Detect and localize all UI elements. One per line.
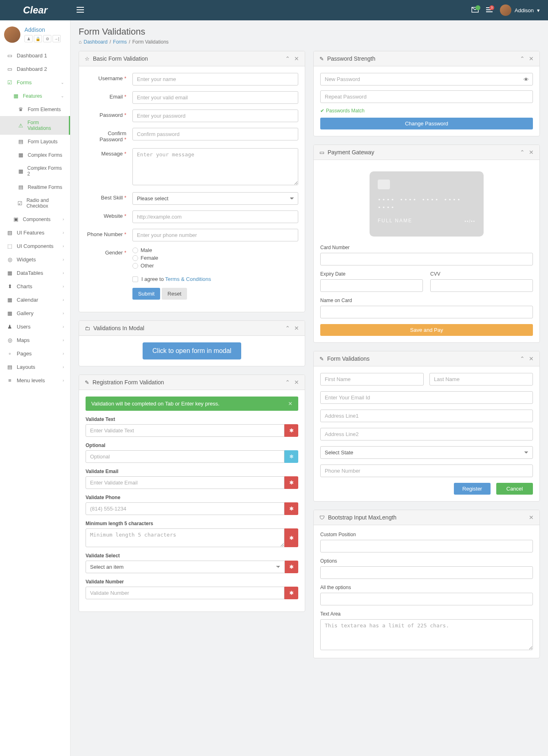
new-password-input[interactable] [320,73,533,85]
sidebar-user-name[interactable]: Addison [24,26,61,33]
reg-input-minimum-length-5-characters[interactable] [86,528,284,547]
last-name-input[interactable] [429,373,533,386]
sidebar-item-ui-components[interactable]: ⬚UI Components› [0,239,70,253]
sidebar-item-complex-forms[interactable]: ▦Complex Forms [0,148,70,162]
save-pay-button[interactable]: Save and Pay [320,324,533,336]
gender-radio-other[interactable]: Other [132,263,298,269]
options-input[interactable] [320,566,533,579]
snowflake-icon[interactable]: ❄ [284,450,298,463]
gender-radio-female[interactable]: Female [132,255,298,261]
sidebar-item-form-layouts[interactable]: ▤Form Layouts [0,135,70,148]
close-icon[interactable]: ✕ [529,149,534,156]
asterisk-icon[interactable]: ✱ [284,587,298,599]
collapse-icon[interactable]: ⌃ [285,55,290,62]
cvv-input[interactable] [430,279,533,292]
sidebar-item-users[interactable]: ♟Users› [0,320,70,333]
repeat-password-input[interactable] [320,90,533,103]
reg-input-validate-select[interactable]: Select an item [86,561,285,573]
collapse-icon[interactable]: ⌃ [285,379,290,386]
custom-position-input[interactable] [320,540,533,552]
username-input[interactable] [132,73,298,85]
brand-logo[interactable]: Clear [0,4,70,16]
close-icon[interactable]: ✕ [294,55,299,62]
eye-icon[interactable]: 👁 [524,76,529,82]
addr1-input[interactable] [320,410,533,422]
sidebar-item-dashboard-1[interactable]: ▭Dashboard 1 [0,49,70,62]
close-icon[interactable]: ✕ [529,55,534,62]
email-input[interactable] [132,91,298,104]
reg-input-validate-number[interactable] [86,587,284,599]
tasks-icon[interactable]: 3 [486,7,493,14]
sidebar-item-features[interactable]: ▦Features⌄ [0,89,70,103]
email-id-input[interactable] [320,391,533,404]
collapse-icon[interactable]: ⌃ [520,355,525,362]
asterisk-icon[interactable]: ✱ [284,528,298,547]
phone-input[interactable] [132,229,298,241]
sidebar-item-realtime-forms[interactable]: ▤Realtime Forms [0,180,70,194]
collapse-icon[interactable]: ⌃ [285,325,290,331]
mail-icon[interactable] [471,7,479,14]
sidebar-item-dashboard-2[interactable]: ▭Dashboard 2 [0,62,70,76]
reg-input-validate-email[interactable] [86,476,284,489]
sidebar-item-ui-features[interactable]: ▧UI Features› [0,226,70,239]
sidebar-item-datatables[interactable]: ▦DataTables› [0,266,70,280]
confirm-password-input[interactable] [132,128,298,140]
cancel-button[interactable]: Cancel [496,483,533,495]
addr2-input[interactable] [320,428,533,440]
close-icon[interactable]: ✕ [294,325,299,331]
sidebar-item-layouts[interactable]: ▤Layouts› [0,360,70,374]
change-password-button[interactable]: Change Password [320,118,533,129]
sidebar-item-forms[interactable]: ☑Forms⌄ [0,76,70,89]
user-settings-icon[interactable]: ⚙ [43,35,51,42]
terms-link[interactable]: Terms & Conditions [165,276,211,282]
message-textarea[interactable] [132,148,298,185]
sidebar-item-menu-levels[interactable]: ≡Menu levels› [0,374,70,387]
breadcrumb-forms[interactable]: Forms [113,39,127,45]
sidebar-item-components[interactable]: ▣Components› [0,213,70,226]
user-profile-icon[interactable]: ♟ [24,35,33,42]
sidebar-item-charts[interactable]: ⬍Charts› [0,280,70,293]
user-logout-icon[interactable]: →| [53,35,61,42]
sidebar-item-complex-forms-2[interactable]: ▦Complex Forms 2 [0,162,70,180]
reset-button[interactable]: Reset [162,288,187,300]
user-menu[interactable]: Addison ▾ [500,4,540,16]
user-lock-icon[interactable]: 🔒 [34,35,42,42]
reg-input-validate-phone[interactable] [86,502,284,515]
first-name-input[interactable] [320,373,424,386]
maxlength-textarea[interactable] [320,619,533,650]
gender-radio-male[interactable]: Male [132,247,298,253]
open-modal-button[interactable]: Click to open form in modal [143,342,241,359]
close-icon[interactable]: ✕ [294,379,299,386]
password-input[interactable] [132,110,298,122]
collapse-icon[interactable]: ⌃ [520,55,525,62]
sidebar-item-form-validations[interactable]: ⚠Form Validations [0,116,70,135]
sidebar-item-pages[interactable]: ▫Pages› [0,347,70,360]
alert-close-icon[interactable]: ✕ [288,401,293,407]
card-name-input[interactable] [320,306,533,318]
state-select[interactable]: Select State [320,446,533,459]
all-options-input[interactable] [320,593,533,605]
expiry-input[interactable] [320,279,423,292]
submit-button[interactable]: Submit [132,288,160,300]
asterisk-icon[interactable]: ✱ [284,502,298,515]
sidebar-item-calendar[interactable]: ▦Calendar› [0,293,70,307]
skill-select[interactable]: Please select [132,192,298,205]
website-input[interactable] [132,210,298,223]
close-icon[interactable]: ✕ [529,355,534,362]
reg-input-validate-text[interactable] [86,424,284,437]
card-number-input[interactable] [320,253,533,265]
asterisk-icon[interactable]: ✱ [284,476,298,489]
reg-input-optional[interactable] [86,450,284,463]
sidebar-item-form-elements[interactable]: ♛Form Elements [0,103,70,116]
sidebar-item-radio-and-checkbox[interactable]: ☑Radio and Checkbox [0,194,70,213]
asterisk-icon[interactable]: ✱ [285,561,299,573]
sidebar-item-maps[interactable]: ◎Maps› [0,333,70,347]
sidebar-item-gallery[interactable]: ▦Gallery› [0,307,70,320]
menu-toggle-icon[interactable] [70,7,90,14]
sidebar-item-widgets[interactable]: ◎Widgets› [0,253,70,266]
close-icon[interactable]: ✕ [529,514,534,521]
breadcrumb-dashboard[interactable]: Dashboard [84,39,108,45]
asterisk-icon[interactable]: ✱ [284,424,298,437]
phone-number-input[interactable] [320,465,533,477]
agree-checkbox[interactable]: I agree to Terms & Conditions [132,276,298,282]
